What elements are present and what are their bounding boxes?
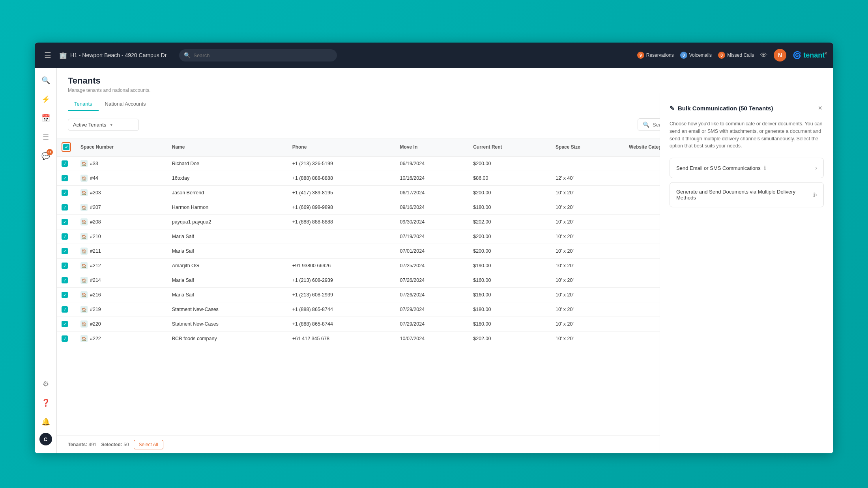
space-number: #44 bbox=[90, 175, 98, 181]
location-display: 🏢 H1 - Newport Beach - 4920 Campus Dr bbox=[59, 52, 166, 59]
row-checkbox-cell[interactable]: ✓ bbox=[57, 317, 76, 332]
tenants-count-label: Tenants: 491 bbox=[68, 442, 97, 447]
move-in-cell: 07/29/2024 bbox=[395, 317, 469, 332]
space-number: #219 bbox=[90, 307, 101, 312]
row-checkbox[interactable]: ✓ bbox=[62, 321, 68, 327]
row-checkbox[interactable]: ✓ bbox=[62, 277, 68, 283]
topbar-right: 9 Reservations 0 Voicemails 0 Missed Cal… bbox=[637, 49, 827, 61]
phone-cell bbox=[288, 229, 395, 244]
page-subtitle: Manage tenants and national accounts. bbox=[68, 88, 822, 93]
sidebar-item-calendar[interactable]: 📅 bbox=[38, 110, 54, 126]
voicemails-badge[interactable]: 0 Voicemails bbox=[680, 52, 712, 59]
row-checkbox-cell[interactable]: ✓ bbox=[57, 200, 76, 215]
chevron-down-icon: ▼ bbox=[109, 123, 113, 127]
sidebar-item-chat[interactable]: 💬 31 bbox=[38, 148, 54, 164]
space-number: #216 bbox=[90, 292, 101, 298]
move-in-cell: 07/29/2024 bbox=[395, 302, 469, 317]
row-checkbox[interactable]: ✓ bbox=[62, 263, 68, 269]
missed-calls-badge[interactable]: 0 Missed Calls bbox=[718, 52, 754, 59]
sidebar-item-help[interactable]: ❓ bbox=[38, 395, 54, 411]
sidebar: 🔍 ⚡ 📅 ☰ 💬 31 ⚙ ❓ 🔔 C bbox=[35, 68, 57, 453]
space-number-cell: 🏠 #220 bbox=[76, 317, 167, 332]
tab-national-accounts[interactable]: National Accounts bbox=[99, 98, 152, 111]
rent-cell: $86.00 bbox=[468, 171, 551, 186]
eye-icon[interactable]: 👁 bbox=[760, 51, 767, 60]
bulk-option-email-sms[interactable]: Send Email or SMS Communications ℹ › bbox=[670, 158, 824, 178]
sidebar-item-lightning[interactable]: ⚡ bbox=[38, 91, 54, 107]
bulk-comm-close-button[interactable]: × bbox=[816, 102, 824, 114]
app-logo: 🌀 tenant× bbox=[793, 51, 827, 60]
missed-calls-count: 0 bbox=[718, 52, 725, 59]
space-number-cell: 🏠 #211 bbox=[76, 244, 167, 259]
row-checkbox-cell[interactable]: ✓ bbox=[57, 288, 76, 302]
space-number: #220 bbox=[90, 321, 101, 327]
rent-cell: $200.00 bbox=[468, 229, 551, 244]
name-cell: Harmon Harmon bbox=[167, 200, 288, 215]
sidebar-item-search[interactable]: 🔍 bbox=[38, 73, 54, 88]
topbar: ☰ 🏢 H1 - Newport Beach - 4920 Campus Dr … bbox=[35, 43, 833, 68]
row-checkbox-cell[interactable]: ✓ bbox=[57, 302, 76, 317]
row-checkbox[interactable]: ✓ bbox=[62, 292, 68, 298]
row-checkbox[interactable]: ✓ bbox=[62, 190, 68, 196]
row-checkbox[interactable]: ✓ bbox=[62, 306, 68, 313]
space-number-cell: 🏠 #203 bbox=[76, 186, 167, 200]
row-checkbox-cell[interactable]: ✓ bbox=[57, 215, 76, 229]
bulk-option-documents[interactable]: Generate and Send Documents via Multiple… bbox=[670, 182, 824, 207]
user-avatar[interactable]: N bbox=[774, 49, 786, 61]
reservations-badge[interactable]: 9 Reservations bbox=[637, 52, 674, 59]
space-number-cell: 🏠 #219 bbox=[76, 302, 167, 317]
unit-icon: 🏠 bbox=[80, 248, 88, 255]
row-checkbox[interactable]: ✓ bbox=[62, 160, 68, 167]
move-in-cell: 10/16/2024 bbox=[395, 171, 469, 186]
chat-badge: 31 bbox=[47, 149, 53, 155]
row-checkbox[interactable]: ✓ bbox=[62, 335, 68, 342]
search-icon: 🔍 bbox=[184, 52, 191, 58]
space-number-cell: 🏠 #33 bbox=[76, 156, 167, 171]
size-cell: 10' x 20' bbox=[551, 244, 624, 259]
row-checkbox-cell[interactable]: ✓ bbox=[57, 332, 76, 346]
tab-tenants[interactable]: Tenants bbox=[68, 98, 99, 111]
sidebar-item-bell[interactable]: 🔔 bbox=[38, 414, 54, 430]
row-checkbox-cell[interactable]: ✓ bbox=[57, 259, 76, 273]
phone-cell: +91 93800 66926 bbox=[288, 259, 395, 273]
move-in-cell: 07/19/2024 bbox=[395, 229, 469, 244]
info-icon-1[interactable]: ℹ bbox=[764, 165, 766, 171]
sidebar-item-list[interactable]: ☰ bbox=[38, 129, 54, 145]
sidebar-item-settings[interactable]: ⚙ bbox=[38, 376, 54, 392]
space-number-cell: 🏠 #44 bbox=[76, 171, 167, 186]
row-checkbox-cell[interactable]: ✓ bbox=[57, 156, 76, 171]
row-checkbox[interactable]: ✓ bbox=[62, 219, 68, 225]
space-number-cell: 🏠 #208 bbox=[76, 215, 167, 229]
global-search-input[interactable] bbox=[179, 49, 337, 61]
row-checkbox[interactable]: ✓ bbox=[62, 233, 68, 240]
move-in-cell: 07/25/2024 bbox=[395, 259, 469, 273]
header-checkbox[interactable]: ✓ bbox=[63, 144, 69, 150]
row-checkbox-cell[interactable]: ✓ bbox=[57, 244, 76, 259]
hamburger-menu[interactable]: ☰ bbox=[41, 49, 54, 61]
row-checkbox[interactable]: ✓ bbox=[62, 204, 68, 210]
rent-cell: $200.00 bbox=[468, 244, 551, 259]
size-cell: 10' x 20' bbox=[551, 259, 624, 273]
size-cell: 10' x 20' bbox=[551, 200, 624, 215]
row-checkbox-cell[interactable]: ✓ bbox=[57, 229, 76, 244]
row-checkbox-cell[interactable]: ✓ bbox=[57, 186, 76, 200]
space-number: #212 bbox=[90, 263, 101, 268]
select-all-button[interactable]: Select All bbox=[134, 440, 163, 449]
size-cell: 10' x 20' bbox=[551, 215, 624, 229]
sidebar-item-profile[interactable]: C bbox=[39, 433, 52, 445]
row-checkbox[interactable]: ✓ bbox=[62, 175, 68, 181]
global-search[interactable]: 🔍 bbox=[179, 49, 337, 61]
phone-cell: +1 (213) 326-5199 bbox=[288, 156, 395, 171]
missed-calls-label: Missed Calls bbox=[727, 52, 754, 58]
row-checkbox-cell[interactable]: ✓ bbox=[57, 171, 76, 186]
filter-label: Active Tenants bbox=[73, 122, 106, 128]
rent-cell: $160.00 bbox=[468, 273, 551, 288]
rent-cell: $200.00 bbox=[468, 186, 551, 200]
size-cell: 10' x 20' bbox=[551, 273, 624, 288]
row-checkbox[interactable]: ✓ bbox=[62, 248, 68, 254]
select-all-checkbox-header[interactable]: ✓ bbox=[57, 138, 76, 156]
filter-select[interactable]: Active Tenants ▼ bbox=[68, 119, 139, 131]
chevron-right-icon-1: › bbox=[815, 164, 817, 171]
rent-cell: $180.00 bbox=[468, 317, 551, 332]
row-checkbox-cell[interactable]: ✓ bbox=[57, 273, 76, 288]
